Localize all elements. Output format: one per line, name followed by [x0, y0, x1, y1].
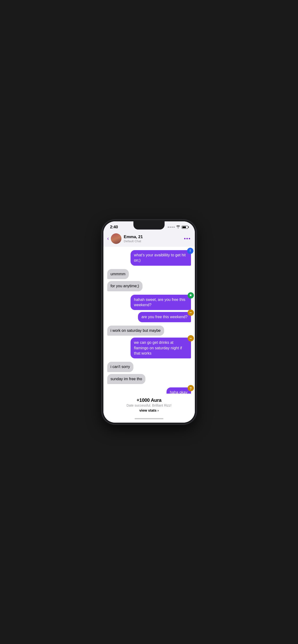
message-text: for you anytime;) [111, 284, 139, 288]
message-bubble: − are you free this weekend? [138, 312, 191, 322]
wifi-icon [176, 225, 180, 229]
battery-icon [182, 226, 188, 229]
message-row: ummmm [107, 269, 191, 279]
badge-minus-icon: − [188, 310, 194, 316]
aura-title: +1000 Aura [108, 398, 190, 403]
message-text: hahah sweet, are you free this weekend? [134, 298, 185, 307]
chat-header: ‹ Emma, 21 Default Chat ••• [103, 232, 195, 247]
message-row: i can't sorry [107, 362, 191, 372]
home-indicator [103, 414, 195, 422]
aura-subtitle: Date successful. Brilliant Rizz! [108, 404, 190, 407]
message-row: i work on saturday but maybe [107, 326, 191, 336]
avatar [111, 233, 121, 244]
message-text: sunday im free tho [111, 377, 142, 381]
aura-section: +1000 Aura Date successful. Brilliant Ri… [103, 394, 195, 414]
contact-name: Emma, 21 [124, 234, 184, 239]
signal-icon [168, 227, 175, 228]
badge-star-icon: ★ [188, 292, 194, 298]
message-bubble: i work on saturday but maybe [107, 326, 164, 336]
message-row: − are you free this weekend? [107, 312, 191, 322]
chat-area: ! what's your avaiblility to get hit on;… [103, 247, 195, 394]
more-options-button[interactable]: ••• [184, 236, 191, 242]
message-bubble: − we can go get drinks at flamingo on sa… [130, 338, 191, 358]
message-row: ★ hahah sweet, are you free this weekend… [107, 295, 191, 310]
message-text: we can go get drinks at flamingo on satu… [134, 340, 182, 355]
message-bubble: for you anytime;) [107, 281, 142, 291]
view-stats-label: view stats [139, 408, 157, 412]
phone-screen: 2:40 [103, 222, 195, 422]
badge-minus-icon: − [188, 335, 194, 342]
message-bubble: ★ hahah sweet, are you free this weekend… [130, 295, 191, 310]
message-row: ? haha okay [107, 388, 191, 394]
status-time: 2:40 [110, 225, 118, 230]
message-bubble: i can't sorry [107, 362, 133, 372]
message-text: are you free this weekend? [141, 315, 187, 319]
message-text: i work on saturday but maybe [111, 328, 161, 332]
message-row: ! what's your avaiblility to get hit on;… [107, 250, 191, 266]
back-button[interactable]: ‹ [107, 236, 109, 241]
notch [133, 222, 165, 230]
message-text: haha okay [170, 390, 188, 394]
message-bubble: ! what's your avaiblility to get hit on;… [130, 250, 191, 266]
phone-frame: 2:40 [102, 220, 196, 424]
message-text: i can't sorry [111, 365, 130, 369]
chevron-right-icon: › [158, 408, 159, 412]
view-stats-button[interactable]: view stats › [139, 408, 159, 412]
message-text: ummmm [111, 272, 125, 276]
message-bubble: sunday im free tho [107, 374, 146, 384]
message-bubble: ? haha okay [167, 388, 191, 394]
header-info: Emma, 21 Default Chat [124, 234, 184, 243]
badge-exclaim-icon: ! [187, 248, 193, 254]
message-row: − we can go get drinks at flamingo on sa… [107, 338, 191, 358]
badge-question-icon: ? [188, 385, 194, 391]
message-text: what's your avaiblility to get hit on;) [134, 253, 186, 262]
home-bar [135, 418, 163, 419]
chat-subtitle: Default Chat [124, 239, 184, 243]
status-icons [168, 225, 188, 229]
message-row: sunday im free tho [107, 374, 191, 384]
message-bubble: ummmm [107, 269, 129, 279]
message-row: for you anytime;) [107, 281, 191, 291]
